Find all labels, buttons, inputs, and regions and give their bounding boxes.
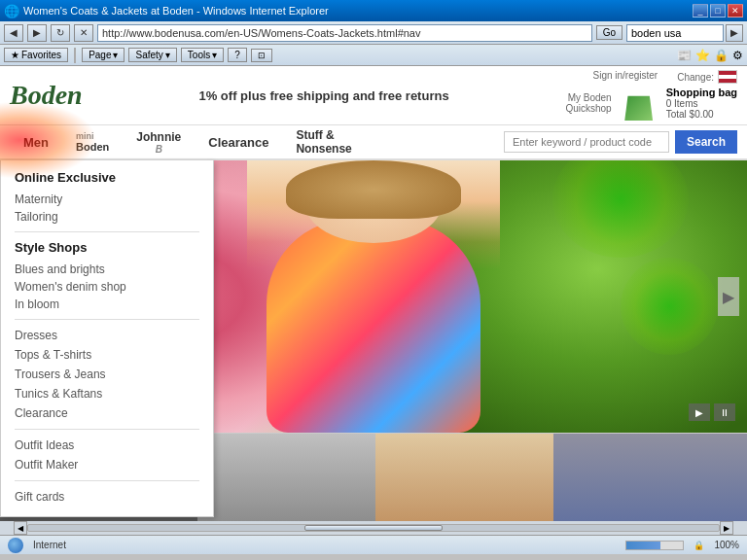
scroll-left-button[interactable]: ◀ <box>14 521 27 535</box>
favorites-button[interactable]: ★ Favorites <box>4 48 68 62</box>
window-controls: _ □ ✕ <box>693 4 743 18</box>
ie-globe-icon <box>8 538 23 553</box>
close-button[interactable]: ✕ <box>728 4 743 18</box>
bag-total: Total $0.00 <box>666 109 737 120</box>
minimize-button[interactable]: _ <box>693 4 708 18</box>
boden-logo-area: Boden <box>10 82 83 109</box>
nav-search-area: Search <box>504 130 737 154</box>
hero-play-pause: ▶ ⏸ <box>689 403 735 421</box>
tools-button[interactable]: Tools ▾ <box>181 48 224 62</box>
hero-next-button[interactable]: ▶ <box>718 277 739 316</box>
shopping-bag-label: Shopping bag <box>666 87 737 98</box>
window-frame: 🌐 Women's Coats & Jackets at Boden - Win… <box>0 0 747 554</box>
shopping-bag-icon[interactable] <box>623 86 655 121</box>
nav-item-stuff[interactable]: Stuff & Nonsense <box>282 122 365 161</box>
strip-item-coming-soon: coming soon <box>553 434 747 521</box>
bag-items-count: 0 Items <box>666 98 737 109</box>
dropdown-item-clearance[interactable]: Clearance <box>15 403 199 423</box>
safety-button[interactable]: Safety ▾ <box>128 48 176 62</box>
boden-nav: Men mini Boden Johnnie B Clearance Stuff… <box>0 125 747 160</box>
nav-search-button[interactable]: Search <box>675 130 737 154</box>
star-icon: ★ <box>11 50 19 60</box>
address-bar: ◀ ▶ ↻ ✕ Go ▶ <box>0 21 747 45</box>
nav-item-johnnieb[interactable]: Johnnie B <box>123 124 195 160</box>
compat-button[interactable]: ⊡ <box>251 49 272 62</box>
protect-icon: 🔒 <box>694 541 704 550</box>
boden-top-bar: Boden 1% off plus free shipping and free… <box>0 66 747 125</box>
person-silhouette <box>247 160 500 433</box>
dropdown-item-outfit-maker[interactable]: Outfit Maker <box>15 455 199 474</box>
dropdown-item-inbloom[interactable]: In bloom <box>15 296 199 313</box>
sign-in-link[interactable]: Sign in/register <box>592 70 658 84</box>
strip-image1-bg <box>197 434 375 521</box>
dropdown-section-style-shops: Style Shops <box>15 240 199 255</box>
dropdown-item-blues[interactable]: Blues and brights <box>15 261 199 278</box>
refresh-button[interactable]: ↻ <box>51 24 70 42</box>
quickshop-link[interactable]: Quickshop <box>565 103 611 114</box>
progress-bar <box>625 541 684 550</box>
promo-area: 1% off plus free shipping and free retur… <box>83 84 566 107</box>
back-button[interactable]: ◀ <box>4 24 23 42</box>
hero-play-button[interactable]: ▶ <box>689 403 710 421</box>
toolbar-icon1[interactable]: 📰 <box>677 49 692 62</box>
ie-icon: 🌐 <box>4 4 19 18</box>
scroll-thumb[interactable] <box>304 525 443 531</box>
content-area: Boden 1% off plus free shipping and free… <box>0 66 747 521</box>
dropdown-item-tailoring[interactable]: Tailoring <box>15 208 199 226</box>
boden-header-right: Sign in/register Change: My Boden Quicks… <box>565 70 737 121</box>
my-boden-link[interactable]: My Boden <box>568 92 612 103</box>
dropdown-divider-1 <box>15 231 199 232</box>
go-button[interactable]: Go <box>596 25 622 40</box>
dropdown-item-gift-cards[interactable]: Gift cards <box>15 487 199 507</box>
strip-item-image2[interactable] <box>375 434 553 521</box>
scroll-right-button[interactable]: ▶ <box>720 521 733 535</box>
dropdown-menu: Online Exclusive Maternity Tailoring Sty… <box>0 160 214 517</box>
statusbar-right: 🔒 100% <box>625 540 739 550</box>
dropdown-item-trousers[interactable]: Trousers & Jeans <box>15 365 199 384</box>
titlebar: 🌐 Women's Coats & Jackets at Boden - Win… <box>0 0 747 21</box>
dropdown-divider-4 <box>15 480 199 481</box>
coming-soon-bg <box>553 434 747 521</box>
stop-button[interactable]: ✕ <box>74 24 93 42</box>
dropdown-item-maternity[interactable]: Maternity <box>15 191 199 208</box>
ie-search-input[interactable] <box>626 24 724 42</box>
person-dress <box>267 219 480 433</box>
progress-bar-fill <box>626 542 660 549</box>
nav-item-clearance[interactable]: Clearance <box>195 129 282 156</box>
toolbar: ★ Favorites Page ▾ Safety ▾ Tools ▾ ? ⊡ … <box>0 45 747 66</box>
horizontal-scrollbar: ◀ ▶ <box>0 521 747 535</box>
shopping-bag-area: My Boden Quickshop Shopping bag 0 Items … <box>565 86 737 121</box>
dropdown-section-online-exclusive: Online Exclusive <box>15 170 199 185</box>
help-button[interactable]: ? <box>228 48 247 62</box>
flag-icon[interactable] <box>718 70 737 84</box>
window-title: 🌐 Women's Coats & Jackets at Boden - Win… <box>4 4 329 18</box>
header-links: Sign in/register Change: <box>592 70 737 84</box>
ie-search-button[interactable]: ▶ <box>726 24 743 42</box>
page-button[interactable]: Page ▾ <box>82 48 124 62</box>
statusbar-zone: Internet <box>33 540 66 550</box>
bag-info: Shopping bag 0 Items Total $0.00 <box>666 87 737 120</box>
scroll-track[interactable] <box>27 524 720 532</box>
dropdown-item-tunics[interactable]: Tunics & Kaftans <box>15 384 199 403</box>
nav-search-input[interactable] <box>504 131 669 153</box>
person-hair <box>286 160 461 219</box>
toolbar-icon2[interactable]: ⭐ <box>695 49 710 62</box>
toolbar-icon4[interactable]: ⚙ <box>732 49 743 62</box>
forward-button[interactable]: ▶ <box>27 24 47 42</box>
maximize-button[interactable]: □ <box>710 4 726 18</box>
dropdown-divider-3 <box>15 429 199 430</box>
nav-item-men[interactable]: Men <box>10 129 62 156</box>
dropdown-divider-2 <box>15 319 199 320</box>
nav-item-miniboden[interactable]: mini Boden <box>62 125 123 158</box>
strip-item-image1[interactable] <box>197 434 375 521</box>
url-bar[interactable] <box>97 24 592 42</box>
dropdown-item-tops[interactable]: Tops & T-shirts <box>15 345 199 365</box>
toolbar-icon3[interactable]: 🔒 <box>714 49 729 62</box>
zoom-level[interactable]: 100% <box>714 540 739 550</box>
dropdown-item-dresses[interactable]: Dresses <box>15 326 199 345</box>
hero-pause-button[interactable]: ⏸ <box>714 403 735 421</box>
statusbar: Internet 🔒 100% <box>0 535 747 554</box>
dropdown-item-outfit-ideas[interactable]: Outfit Ideas <box>15 436 199 455</box>
dropdown-item-denim[interactable]: Women's denim shop <box>15 278 199 296</box>
toolbar-separator <box>74 48 76 63</box>
